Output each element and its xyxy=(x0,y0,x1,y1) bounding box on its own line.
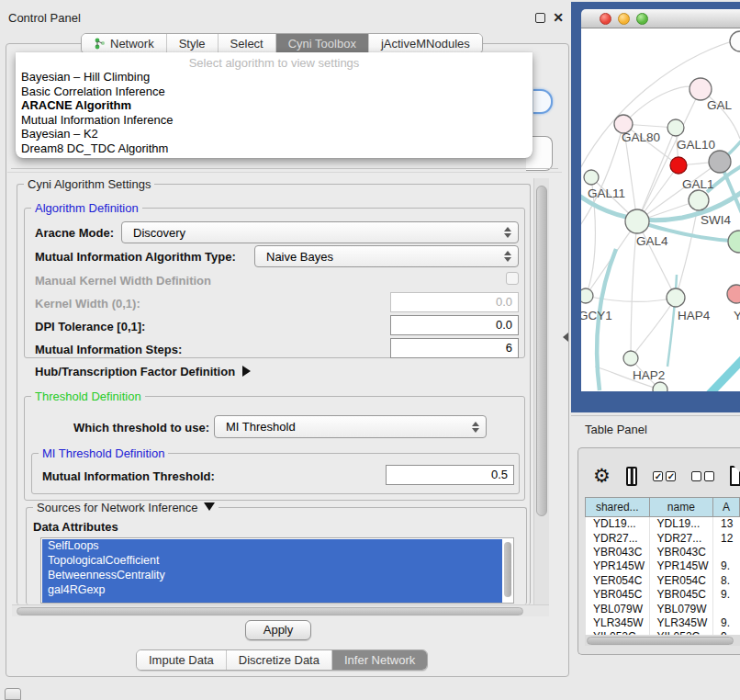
network-node-gray[interactable] xyxy=(709,151,731,173)
cell[interactable]: YBR045C xyxy=(586,587,650,601)
scrollbar-thumb[interactable] xyxy=(536,186,547,516)
cell[interactable]: 8. xyxy=(713,573,740,587)
cell[interactable]: YER054C xyxy=(586,573,650,587)
float-window-icon[interactable] xyxy=(535,13,545,23)
which-threshold-combo[interactable]: MI Threshold xyxy=(214,415,487,438)
network-node-selected-red[interactable] xyxy=(670,157,687,174)
cell[interactable]: YDL19... xyxy=(586,517,650,531)
network-node[interactable] xyxy=(730,31,740,51)
attribute-item[interactable]: BetweennessCentrality xyxy=(42,568,502,582)
scrollbar-thumb[interactable] xyxy=(17,607,523,615)
mi-type-combo[interactable]: Naive Bayes xyxy=(254,245,519,267)
network-canvas[interactable]: GAL GAL80 GAL10 GAL1 GAL11 SWI4 GAL4 GCY… xyxy=(581,28,740,391)
list-vertical-scrollbar[interactable] xyxy=(504,542,511,597)
manual-kernel-checkbox[interactable] xyxy=(506,272,519,285)
kernel-width-field[interactable]: 0.0 xyxy=(390,292,519,312)
network-node-salmon[interactable] xyxy=(727,285,740,303)
attribute-item[interactable]: TopologicalCoefficient xyxy=(42,553,502,568)
cell[interactable]: 9. xyxy=(713,559,740,573)
cell[interactable]: YDR27... xyxy=(586,531,650,545)
table-row[interactable]: YDR27...YDR27...12 xyxy=(586,531,740,545)
cell[interactable]: 12 xyxy=(713,531,740,545)
cell[interactable]: YDR27... xyxy=(649,531,713,545)
algorithm-option[interactable]: Mutual Information Inference xyxy=(16,113,533,128)
cell[interactable]: YLR345W xyxy=(586,615,650,629)
minimized-panel-button[interactable] xyxy=(5,688,21,700)
table-row[interactable]: YER054CYER054C8. xyxy=(586,573,740,587)
new-document-icon[interactable] xyxy=(730,466,740,486)
network-node-hap2[interactable] xyxy=(623,351,638,366)
cell[interactable]: YBR045C xyxy=(649,587,713,601)
algorithm-option[interactable]: Dream8 DC_TDC Algorithm xyxy=(16,141,533,156)
panel-collapse-arrow-icon[interactable] xyxy=(563,333,568,342)
deselect-all-checkboxes-icon[interactable] xyxy=(691,471,714,481)
cell[interactable]: YDL19... xyxy=(649,517,713,531)
network-window-titlebar[interactable] xyxy=(581,9,740,28)
cell[interactable]: 13 xyxy=(713,517,740,531)
tab-discretize-data[interactable]: Discretize Data xyxy=(227,650,332,670)
network-node-swi4[interactable] xyxy=(728,231,740,253)
cell[interactable]: YBL079W xyxy=(649,602,713,615)
algorithm-option[interactable]: Basic Correlation Inference xyxy=(16,85,533,99)
algorithm-option-selected[interactable]: ARACNE Algorithm xyxy=(16,98,533,113)
tab-cyni-toolbox[interactable]: Cyni Toolbox xyxy=(276,34,369,53)
scrollbar-thumb[interactable] xyxy=(587,637,734,645)
select-all-checkboxes-icon[interactable]: ✓✓ xyxy=(653,471,676,481)
table-row[interactable]: YBL079WYBL079W xyxy=(586,602,740,615)
settings-horizontal-scrollbar[interactable] xyxy=(12,604,549,616)
mi-steps-field[interactable]: 6 xyxy=(390,338,519,358)
zoom-window-icon[interactable] xyxy=(636,13,648,25)
mi-threshold-field[interactable]: 0.5 xyxy=(386,465,514,485)
tab-network[interactable]: Network xyxy=(82,34,167,53)
close-window-icon[interactable] xyxy=(600,13,611,25)
column-header-partial[interactable]: A xyxy=(713,498,740,517)
network-node[interactable] xyxy=(653,382,667,391)
settings-vertical-scrollbar[interactable] xyxy=(533,178,549,614)
minimize-window-icon[interactable] xyxy=(618,13,630,25)
column-header-shared[interactable]: shared... xyxy=(586,498,650,517)
cell[interactable]: YER054C xyxy=(649,573,713,587)
columns-icon[interactable] xyxy=(626,467,638,486)
column-header-name[interactable]: name xyxy=(649,498,713,517)
network-node-hap4[interactable] xyxy=(667,288,685,307)
cell[interactable]: YPR145W xyxy=(586,559,650,573)
network-node-gcy1[interactable] xyxy=(581,288,593,303)
tab-jactivemnodules[interactable]: jActiveMNodules xyxy=(369,34,482,53)
network-node[interactable] xyxy=(690,78,712,100)
algorithm-option[interactable]: Bayesian – Hill Climbing xyxy=(16,70,533,85)
dpi-tolerance-field[interactable]: 0.0 xyxy=(390,315,519,335)
network-node-gal4[interactable] xyxy=(625,209,649,233)
cell[interactable]: YBR043C xyxy=(586,545,650,559)
table-row[interactable]: YLR345WYLR345W9. xyxy=(586,615,740,629)
table-row[interactable]: YPR145WYPR145W9. xyxy=(586,559,740,573)
cell[interactable]: YPR145W xyxy=(649,559,713,573)
close-panel-icon[interactable]: ✕ xyxy=(553,13,564,23)
tab-impute-data[interactable]: Impute Data xyxy=(137,650,227,670)
cell[interactable]: YLR345W xyxy=(649,615,713,629)
aracne-mode-combo[interactable]: Discovery xyxy=(121,221,519,243)
network-node-gal10[interactable] xyxy=(667,119,684,136)
algorithm-option[interactable]: Bayesian – K2 xyxy=(16,127,533,141)
attribute-item[interactable]: gal4RGexp xyxy=(42,582,502,597)
cell[interactable] xyxy=(713,545,740,559)
tab-style[interactable]: Style xyxy=(167,34,219,53)
tab-select[interactable]: Select xyxy=(219,34,276,53)
cell[interactable]: 9. xyxy=(713,587,740,601)
table-row[interactable]: YBR043CYBR043C xyxy=(586,545,740,559)
table-horizontal-scrollbar[interactable] xyxy=(585,635,740,646)
tab-infer-network[interactable]: Infer Network xyxy=(332,650,427,670)
cell[interactable] xyxy=(713,602,740,615)
cell[interactable]: YBL079W xyxy=(586,602,650,615)
network-node-gal1[interactable] xyxy=(689,190,709,210)
attribute-item[interactable]: SelfLoops xyxy=(42,538,502,553)
table-row[interactable]: YBR045CYBR045C9. xyxy=(586,587,740,601)
table-row[interactable]: YDL19...YDL19...13 xyxy=(586,517,740,531)
apply-button[interactable]: Apply xyxy=(245,620,311,640)
sources-group-title[interactable]: Sources for Network Inference xyxy=(33,501,219,514)
gear-icon[interactable]: ⚙ xyxy=(593,467,611,485)
cell[interactable]: 9. xyxy=(713,615,740,629)
network-node-gal11[interactable] xyxy=(584,170,599,185)
data-attributes-list[interactable]: SelfLoops TopologicalCoefficient Between… xyxy=(40,537,514,604)
cell[interactable]: YBR043C xyxy=(649,545,713,559)
hub-section-toggle[interactable]: Hub/Transcription Factor Definition xyxy=(35,365,251,378)
